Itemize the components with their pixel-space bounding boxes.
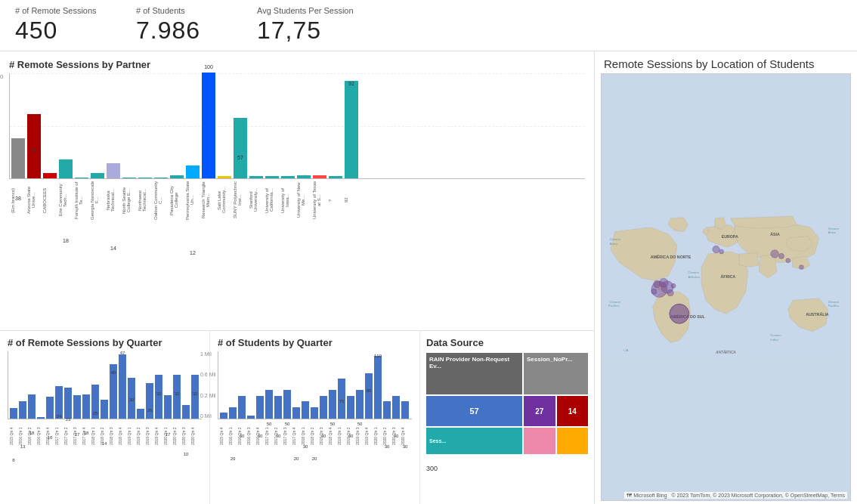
bar-7[interactable]	[122, 178, 136, 178]
q-bar-8[interactable]: 18	[82, 394, 90, 419]
q-xlabel-6: 2017 Qtr 2	[274, 420, 281, 452]
bar-2[interactable]	[43, 173, 57, 178]
tm-rain[interactable]: RAIN Provider Non-Request Ev...	[426, 353, 522, 394]
tm-session-nopr[interactable]: Session_NoPr...	[524, 353, 588, 394]
q-xlabel-3: 2016 Qtr 3	[36, 420, 44, 452]
q-bar-6[interactable]: 23	[64, 388, 72, 419]
bar-11[interactable]: 12	[186, 165, 200, 178]
map-container[interactable]: ANTÁRTICA AMÉRICA DO NORTE AMÉRICA DO SU…	[601, 73, 851, 501]
map-title: Remote Sessions by Location of Students	[595, 51, 857, 73]
svg-text:Ártico: Ártico	[610, 242, 618, 246]
q-bar-10[interactable]: 20	[311, 407, 318, 419]
bar-3[interactable]: 18	[59, 159, 73, 178]
x-label-8: Northwest Technical...	[138, 181, 151, 220]
q-bar-12[interactable]: 47	[119, 354, 126, 419]
q-bar-14[interactable]	[137, 409, 144, 419]
q-bar-15[interactable]: 26	[146, 383, 153, 419]
q-bar-13[interactable]: 70	[338, 379, 345, 419]
q-bar-3[interactable]	[37, 417, 45, 419]
bar-5[interactable]	[91, 173, 104, 178]
q-bar-17[interactable]: 17	[164, 395, 172, 419]
q-bar-12[interactable]: 50	[329, 390, 336, 419]
q-bar-9[interactable]: 30	[302, 401, 309, 419]
bar-9[interactable]	[154, 178, 168, 178]
q-bar-11[interactable]: 40	[110, 364, 117, 419]
svg-point-24	[654, 280, 661, 287]
q-bar-4[interactable]: 16	[46, 397, 54, 419]
q-bar-3[interactable]	[247, 416, 255, 419]
kpi-remote-sessions-value: 450	[15, 17, 57, 45]
q-bar-13[interactable]: 30	[128, 378, 135, 419]
svg-text:Ártico: Ártico	[828, 231, 837, 235]
bar-19[interactable]	[313, 175, 326, 178]
q-bar-19[interactable]: 40	[392, 396, 400, 419]
q-bar-16[interactable]: 32	[155, 375, 162, 419]
bar-14[interactable]: 57	[234, 118, 247, 178]
bar-13[interactable]	[218, 176, 231, 178]
bar-15[interactable]	[249, 176, 263, 178]
bar-4[interactable]	[75, 178, 88, 178]
q-bar-15[interactable]: 50	[356, 390, 364, 419]
x-label-9: Oakton Community C...	[153, 181, 167, 220]
tm-14[interactable]: 14	[557, 396, 589, 426]
bar-21[interactable]: 92	[345, 81, 358, 178]
kpi-students-label: # of Students	[136, 6, 185, 15]
q-bar-9[interactable]: 25	[91, 385, 99, 419]
svg-point-32	[778, 253, 784, 258]
q-bar-19[interactable]: 10	[182, 405, 190, 419]
q-bar-11[interactable]: 40	[320, 396, 327, 419]
q-xlabel-17: 2020 Qtr 1	[163, 420, 171, 452]
q-bar-7[interactable]: 17	[73, 395, 81, 419]
q-bar-1[interactable]: 13	[19, 401, 26, 419]
q-bar-5[interactable]: 24	[55, 386, 63, 419]
q-bar-4[interactable]: 40	[256, 396, 264, 419]
q-xlabel-8: 2017 Qtr 4	[82, 420, 89, 452]
tm-bottom[interactable]	[524, 428, 588, 454]
map-title-prefix: Remote Sessions by	[604, 57, 711, 70]
q-bar-8[interactable]: 20	[292, 407, 300, 419]
bar-12[interactable]: 100	[202, 73, 215, 178]
q-bar-2[interactable]: 18	[28, 394, 36, 419]
q-bar-5[interactable]: 50	[265, 390, 273, 419]
bar-16[interactable]	[265, 176, 279, 178]
q-bar-10[interactable]: 14	[101, 400, 108, 419]
q-xlabel-18: 2020 Qtr 2	[382, 420, 390, 452]
x-label-19: University of Texas at S...	[312, 181, 326, 220]
q-bar-20[interactable]: 30	[401, 401, 409, 419]
students-quarter-title: # of Students by Quarter	[218, 337, 412, 348]
bar-20[interactable]	[329, 176, 342, 178]
svg-text:Oceano: Oceano	[828, 300, 840, 304]
q-bar-18[interactable]: 32	[173, 375, 181, 419]
q-bar-0[interactable]: 8	[10, 408, 17, 419]
bar-8[interactable]	[138, 178, 152, 178]
x-label-10: Pasadena City College	[169, 181, 183, 220]
q-bar-14[interactable]: 40	[347, 396, 354, 419]
bar-0[interactable]: 38	[11, 138, 25, 178]
tm-27-14[interactable]: 27 14	[524, 396, 588, 426]
q-bar-17[interactable]: 110	[374, 356, 382, 419]
svg-text:Oceano: Oceano	[770, 333, 781, 337]
q-bar-2[interactable]: 40	[238, 396, 246, 419]
bar-18[interactable]	[297, 175, 311, 178]
tm-57[interactable]: 57	[426, 396, 522, 426]
bar-17[interactable]	[281, 176, 295, 178]
q-bar-7[interactable]: 50	[283, 390, 291, 419]
q-xlabel-1: 2016 Qtr 1	[228, 420, 236, 452]
bar-10[interactable]	[170, 175, 184, 178]
svg-text:Pacífico: Pacífico	[828, 304, 840, 308]
q-bar-18[interactable]: 30	[383, 401, 391, 419]
q-bar-1[interactable]: 20	[229, 407, 237, 419]
bar-6[interactable]: 14	[107, 163, 120, 178]
q-bar-16[interactable]: 80	[365, 373, 373, 419]
tm-27[interactable]: 27	[524, 396, 555, 426]
q-bar-6[interactable]: 40	[274, 396, 282, 419]
remote-quarter-chart: # of Remote Sessions by Quarter 500 8 13…	[0, 331, 210, 504]
svg-text:Oceano: Oceano	[828, 227, 840, 230]
q-xlabel-6: 2017 Qtr 2	[63, 420, 71, 452]
q-xlabel-14: 2019 Qtr 2	[136, 420, 144, 452]
map-title-bold: Location of Students	[711, 57, 815, 70]
q-bar-0[interactable]	[220, 413, 227, 419]
q-bar-20[interactable]: 32	[191, 375, 199, 419]
tm-sess[interactable]: Sess...	[426, 428, 522, 454]
bar-1[interactable]: 61	[27, 114, 41, 178]
